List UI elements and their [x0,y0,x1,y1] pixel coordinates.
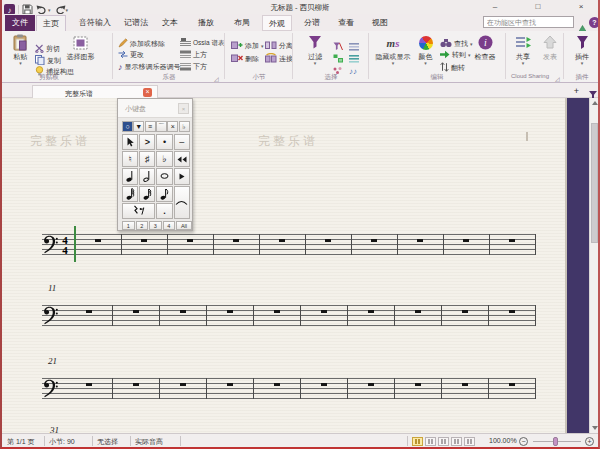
whole-rest[interactable] [371,239,377,242]
cut-button[interactable]: 剪切 [35,44,60,54]
keypad-tab-beams[interactable]: ≡ [145,121,156,132]
keypad-tab-arc[interactable]: ⌒ [156,121,167,132]
whole-rest[interactable] [180,383,186,386]
whole-rest[interactable] [233,239,239,242]
ossia-staff-button[interactable]: Ossia 谱表 [180,38,224,48]
share-button[interactable]: 共享 ▾ [509,33,537,65]
add-bars-button[interactable]: 添加▾ [231,40,264,51]
copy-button[interactable]: 复制 [35,55,61,66]
tab-file[interactable]: 文件 [5,15,35,31]
keypad-close-icon[interactable]: × [178,103,189,114]
cloud-dialog-launcher[interactable]: ◿ [555,75,562,82]
keypad-key-flat[interactable]: ♭ [156,151,172,167]
keypad-panel[interactable]: 小键盘 × ○▼≡⌒×♭ >•–♮♯♭. 1234All [117,98,193,231]
bass-clef[interactable] [43,303,58,333]
filter-button[interactable]: 过滤 ▾ [301,33,329,65]
inspector-button[interactable]: i 检查器 [469,33,501,61]
scrollbar-thumb[interactable] [591,123,598,243]
whole-rest[interactable] [86,310,92,313]
tab-1[interactable]: 主页 [36,15,66,31]
view-icon-full[interactable] [464,437,475,446]
view-icon-spread[interactable] [438,437,449,446]
tab-7[interactable]: 外观 [262,15,292,31]
tab-4[interactable]: 文本 [156,15,184,31]
tab-9[interactable]: 查看 [332,15,360,31]
whole-rest[interactable] [227,383,233,386]
new-tab-button[interactable]: + [571,86,582,97]
paste-button[interactable]: 粘贴 ▾ [7,33,34,65]
whole-rest[interactable] [279,239,285,242]
whole-rest[interactable] [462,310,468,313]
keypad-key-note-16th[interactable] [139,186,155,202]
whole-rest[interactable] [187,239,193,242]
tab-8[interactable]: 分谱 [298,15,326,31]
keypad-key-staccato[interactable]: • [156,134,172,150]
hide-show-button[interactable]: ms 隐藏或显示 ▾ [373,33,413,65]
keypad-key-dot[interactable]: . [156,203,172,219]
keypad-key-rest[interactable] [122,203,155,219]
keypad-voice-4[interactable]: 4 [163,221,176,230]
goto-button[interactable]: 转到▾ [440,50,471,60]
whole-rest[interactable] [463,239,469,242]
ribbon-search-input[interactable] [483,16,574,28]
keypad-key-sharp[interactable]: ♯ [139,151,155,167]
join-bars-button[interactable]: 连接 [265,53,293,64]
keypad-key-rewind[interactable] [174,151,190,167]
whole-rest[interactable] [321,310,327,313]
status-segment-3[interactable]: 无选择 [97,437,118,447]
tab-5[interactable]: 播放 [192,15,220,31]
keypad-voice-3[interactable]: 3 [149,221,162,230]
keypad-tab-jazz-cross[interactable]: × [167,121,178,132]
split-bar-button[interactable]: 分离 [265,40,293,51]
keypad-key-pointer[interactable] [122,134,138,150]
publish-button[interactable]: 发表 [538,33,562,61]
zoom-out-button[interactable]: − [519,437,528,446]
document-tab-full-score[interactable]: 完整乐谱 × [32,85,158,98]
tab-2[interactable]: 音符输入 [74,15,116,31]
tab-3[interactable]: 记谱法 [118,15,154,31]
whole-rest[interactable] [417,239,423,242]
view-icon-pages[interactable] [425,437,436,446]
keypad-key-note-8th[interactable] [156,186,172,202]
status-segment-4[interactable]: 实际音高 [135,437,163,447]
keypad-key-play-small[interactable] [174,168,190,184]
delete-bars-button[interactable]: 删除 [231,53,259,64]
scroll-down-icon[interactable] [592,426,598,430]
keypad-key-tie[interactable] [174,186,190,219]
keypad-tab-whole-note[interactable]: ○ [122,121,133,132]
time-signature[interactable]: 44 [60,235,70,255]
keypad-voice-2[interactable]: 2 [136,221,149,230]
find-button[interactable]: 查找▾ [440,38,473,49]
score-canvas[interactable]: 完整乐谱 完整乐谱 44112131 小键盘 × ○▼≡⌒×♭ >•–♮♯♭. … [2,98,600,433]
whole-rest[interactable] [180,310,186,313]
keypad-key-accent[interactable]: > [139,134,155,150]
vertical-scrollbar[interactable] [589,98,598,433]
tab-10[interactable]: 视图 [366,15,394,31]
view-icon-panorama[interactable] [412,437,423,446]
help-icon[interactable]: ? [589,17,600,28]
whole-rest[interactable] [415,310,421,313]
whole-rest[interactable] [95,239,101,242]
whole-rest[interactable] [415,383,421,386]
staff-above-button[interactable]: 上方 [180,50,207,60]
zoom-slider-thumb[interactable] [553,437,558,446]
keypad-key-quarter-note[interactable] [122,168,138,184]
tab-close-icon[interactable]: × [143,88,152,97]
minimize-button[interactable]: – [480,0,510,14]
close-button[interactable]: × [566,0,596,14]
whole-rest[interactable] [86,383,92,386]
staff-below-button[interactable]: 下方 [180,62,207,72]
whole-rest[interactable] [509,239,515,242]
scroll-up-icon[interactable] [592,101,598,105]
whole-rest[interactable] [133,310,139,313]
select-graphic-button[interactable]: 选择图形 [64,33,97,61]
view-icon-single[interactable] [451,437,462,446]
show-transposing-button[interactable]: ♪显示移调乐器调号 [118,62,181,72]
whole-rest[interactable] [321,383,327,386]
keypad-voice-All[interactable]: All [176,221,192,230]
keypad-key-whole-note[interactable] [156,168,172,184]
change-instrument-button[interactable]: 更改 [118,50,144,60]
whole-rest[interactable] [368,310,374,313]
bass-clef[interactable] [43,232,58,262]
whole-rest[interactable] [133,383,139,386]
